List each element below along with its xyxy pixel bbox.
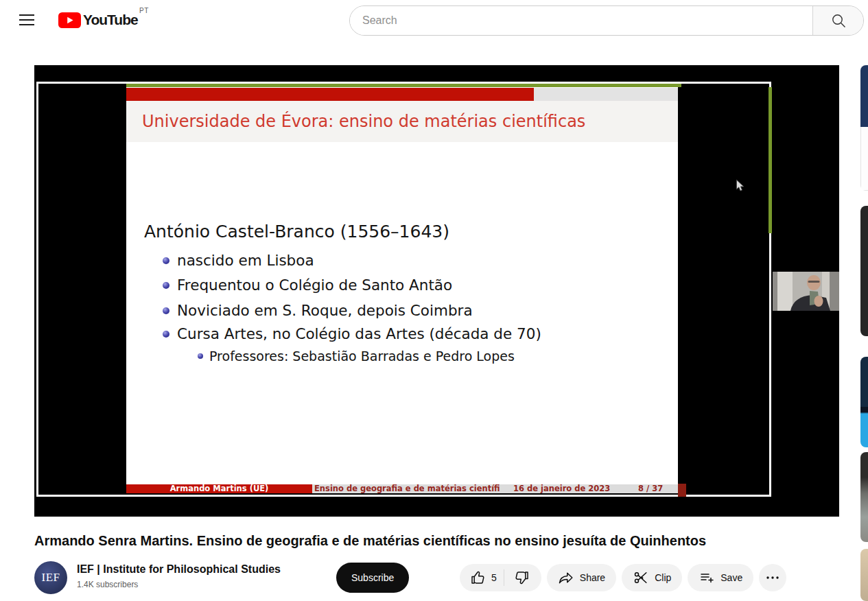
video-title: Armando Senra Martins. Ensino de geograf… <box>34 533 817 549</box>
clip-button[interactable]: Clip <box>622 564 682 591</box>
slide-heading: António Castel-Branco (1556–1643) <box>144 222 449 241</box>
slide-bullet: Noviciado em S. Roque, depois Coimbra <box>163 302 473 319</box>
video-player[interactable]: Universidade de Évora: ensino de matéria… <box>34 65 839 517</box>
youtube-play-icon <box>58 12 81 28</box>
menu-button[interactable] <box>16 12 37 30</box>
hamburger-icon <box>18 12 36 27</box>
slide-right-green-bar <box>769 87 772 233</box>
related-thumbnail[interactable] <box>860 65 868 191</box>
related-thumbnail[interactable] <box>860 206 868 336</box>
search-button[interactable] <box>812 6 863 35</box>
region-label: PT <box>139 7 149 14</box>
like-count: 5 <box>491 572 497 583</box>
youtube-wordmark: YouTube <box>83 12 138 28</box>
search-bar <box>349 5 864 36</box>
bullet-icon <box>198 353 203 359</box>
share-label: Share <box>580 572 605 583</box>
bullet-text: Professores: Sebastião Barradas e Pedro … <box>209 349 515 364</box>
slide-title: Universidade de Évora: ensino de matéria… <box>126 101 678 142</box>
related-thumbnail[interactable] <box>860 357 868 447</box>
dislike-button[interactable] <box>504 564 541 591</box>
slide-footer-title: Ensino de geografia e de matérias cientí… <box>314 484 500 493</box>
slide-footer: Ensino de geografia e de matérias cientí… <box>312 484 678 493</box>
playlist-add-icon <box>699 569 715 586</box>
speaker-video-frame <box>773 272 839 311</box>
subscribe-button[interactable]: Subscribe <box>336 563 409 593</box>
clip-label: Clip <box>655 572 671 583</box>
like-button[interactable]: 5 <box>460 564 504 591</box>
video-info-row: IEF IEF | Institute for Philosophical St… <box>34 560 844 596</box>
slide-sub-bullet: Professores: Sebastião Barradas e Pedro … <box>198 349 515 364</box>
share-button[interactable]: Share <box>547 564 616 591</box>
bullet-text: Noviciado em S. Roque, depois Coimbra <box>177 302 473 319</box>
slide-footer-red-endcap <box>678 484 686 497</box>
related-thumbnail[interactable] <box>860 452 868 542</box>
related-thumbnail[interactable] <box>860 549 868 601</box>
subscriber-count: 1.4K subscribers <box>77 580 138 589</box>
channel-avatar[interactable]: IEF <box>34 561 67 594</box>
slide-footer-page: 8 / 37 <box>638 484 663 493</box>
mouse-cursor-icon <box>736 179 744 195</box>
slide-footer-author: Armando Martins (UE) <box>126 484 312 493</box>
bullet-text: Frequentou o Colégio de Santo Antão <box>177 276 452 294</box>
save-button[interactable]: Save <box>688 564 753 591</box>
action-buttons: 5 Share Clip <box>460 564 786 591</box>
thumbs-up-icon <box>470 569 486 586</box>
slide-footer-date: 16 de janeiro de 2023 <box>513 484 610 493</box>
speaker-webcam-overlay <box>773 272 839 311</box>
bullet-icon <box>163 307 169 314</box>
thumbs-down-icon <box>513 569 530 586</box>
channel-name[interactable]: IEF | Institute for Philosophical Studie… <box>77 563 281 576</box>
slide-bullet: Frequentou o Colégio de Santo Antão <box>163 276 452 294</box>
slide-header-gray-bar <box>534 88 678 101</box>
search-input[interactable] <box>350 6 812 35</box>
like-dislike-group: 5 <box>460 564 541 591</box>
slide-header-red-bar <box>126 88 534 101</box>
save-label: Save <box>720 572 742 583</box>
presentation-slide: Universidade de Évora: ensino de matéria… <box>126 87 678 493</box>
more-actions-button[interactable] <box>759 564 786 591</box>
masthead: YouTube PT <box>0 0 868 41</box>
share-icon <box>558 569 574 586</box>
more-dots-icon <box>764 569 781 586</box>
slide-bullet: Cursa Artes, no Colégio das Artes (décad… <box>163 325 541 342</box>
search-icon <box>830 12 847 29</box>
bullet-icon <box>163 282 169 289</box>
bullet-text: Cursa Artes, no Colégio das Artes (décad… <box>177 325 541 342</box>
slide-bullet: nascido em Lisboa <box>163 252 314 269</box>
scissors-icon <box>633 569 649 586</box>
youtube-logo[interactable]: YouTube <box>58 12 138 28</box>
bullet-icon <box>163 257 169 264</box>
bullet-icon <box>163 331 169 338</box>
bullet-text: nascido em Lisboa <box>177 252 314 269</box>
